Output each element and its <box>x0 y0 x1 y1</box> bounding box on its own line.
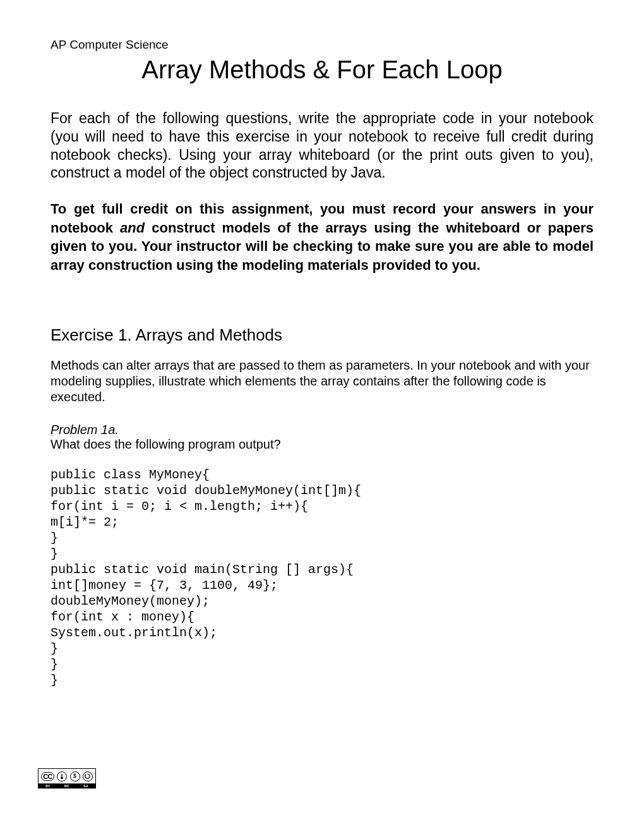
license-sa-label: SA <box>83 784 88 788</box>
problem-question: What does the following program output? <box>51 437 593 452</box>
exercise-title: Exercise 1. Arrays and Methods <box>51 325 593 345</box>
intro-paragraph: For each of the following questions, wri… <box>51 109 593 182</box>
credit-and: and <box>120 220 145 236</box>
nc-icon: $ <box>70 771 80 782</box>
credit-note: To get full credit on this assignment, y… <box>51 200 593 275</box>
exercise-desc: Methods can alter arrays that are passed… <box>51 358 593 405</box>
license-icons: CC $ <box>39 769 95 783</box>
by-icon <box>57 771 67 782</box>
document-page: AP Computer Science Array Methods & For … <box>0 0 644 834</box>
license-nc-label: NC <box>64 784 69 788</box>
svg-point-0 <box>61 774 63 776</box>
license-labels: BY NC SA <box>39 783 95 788</box>
page-title: Array Methods & For Each Loop <box>51 56 593 84</box>
course-header: AP Computer Science <box>51 38 593 52</box>
cc-icon: CC <box>41 772 54 781</box>
sa-icon <box>83 771 93 782</box>
problem-label: Problem 1a. <box>51 423 593 437</box>
code-block: public class MyMoney{ public static void… <box>51 467 593 688</box>
license-badge: CC $ BY NC SA <box>38 768 96 789</box>
license-by-label: BY <box>45 784 51 788</box>
